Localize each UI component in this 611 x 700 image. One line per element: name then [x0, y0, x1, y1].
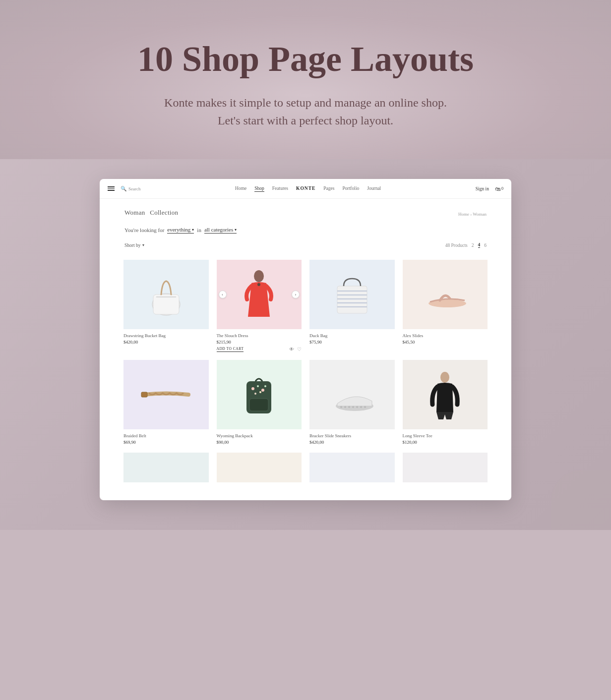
product-item: Braided Belt $69,90 — [120, 356, 213, 449]
product-thumbnail — [309, 360, 395, 429]
filter-everything-dropdown[interactable]: everything ▾ — [167, 227, 194, 233]
product-item — [213, 449, 306, 490]
product-price: $45,50 — [403, 340, 488, 345]
svg-point-26 — [356, 406, 358, 408]
svg-point-22 — [340, 406, 342, 408]
product-thumbnail — [309, 453, 395, 482]
product-name: Duck Bag — [309, 333, 395, 338]
carousel-prev-button[interactable]: ‹ — [219, 291, 227, 298]
svg-point-24 — [348, 406, 350, 408]
product-thumbnail — [217, 453, 302, 482]
svg-point-4 — [257, 283, 260, 286]
add-to-cart-button[interactable]: ADD TO CART — [217, 347, 244, 352]
nav-journal[interactable]: Journal — [367, 186, 381, 192]
product-item — [120, 449, 213, 490]
svg-point-17 — [261, 389, 264, 392]
sort-right: 48 Products 2 4 6 — [445, 242, 487, 248]
bag-icon: 🛍 — [495, 186, 500, 192]
filter-looking-for-text: You're looking for — [124, 227, 164, 233]
svg-rect-1 — [153, 294, 179, 314]
carousel-controls: ‹ › — [217, 291, 302, 298]
product-image[interactable] — [403, 360, 488, 429]
product-item: Wyoming Backpack $90,00 — [213, 356, 306, 449]
nav-portfolio[interactable]: Portfolio — [343, 186, 360, 192]
svg-point-27 — [360, 406, 362, 408]
svg-point-23 — [344, 406, 346, 408]
sort-left: Short by ▾ — [124, 243, 144, 248]
collection-title: Woman Collection — [124, 209, 181, 217]
breadcrumb: Home › Woman — [458, 212, 487, 217]
carousel-next-button[interactable]: › — [292, 291, 300, 298]
product-name: The Slouch Dress — [217, 333, 302, 338]
sign-in-link[interactable]: Sign in — [476, 186, 489, 191]
svg-point-18 — [254, 393, 256, 395]
product-name: Bracker Slide Sneakers — [309, 433, 395, 438]
quickview-icon[interactable]: 👁 — [289, 347, 294, 352]
nav-shop[interactable]: Shop — [254, 186, 264, 192]
filter-bar: You're looking for everything ▾ in all c… — [100, 222, 511, 238]
hamburger-menu[interactable] — [108, 186, 115, 191]
cart-icon[interactable]: 🛍 0 — [495, 186, 503, 192]
product-image[interactable] — [309, 260, 395, 329]
svg-point-25 — [352, 406, 354, 408]
title-part1: Woman — [124, 209, 145, 216]
product-image[interactable] — [403, 453, 488, 482]
product-thumbnail — [403, 360, 488, 429]
product-image[interactable] — [123, 453, 209, 482]
product-thumbnail — [123, 453, 209, 482]
product-item — [399, 449, 492, 490]
svg-point-28 — [364, 406, 366, 408]
product-image[interactable] — [217, 453, 302, 482]
product-actions: 👁 ♡ — [289, 347, 302, 352]
product-grid: Drawstring Bucket Bag $420,00 — [100, 252, 511, 500]
title-part2: Collection — [150, 209, 178, 216]
nav-logo[interactable]: KONTE — [296, 186, 315, 192]
filter-in-text: in — [197, 227, 201, 233]
add-to-cart-bar: ADD TO CART 👁 ♡ — [217, 347, 302, 352]
product-thumbnail — [123, 260, 209, 329]
product-image[interactable] — [217, 360, 302, 429]
product-item — [306, 449, 399, 490]
product-thumbnail — [403, 453, 488, 482]
product-item: ‹ › The Slouch Dress $215,90 ADD TO CART… — [213, 256, 306, 356]
nav-search-area[interactable]: 🔍 Search — [121, 186, 141, 191]
browser-mockup: 🔍 Search Home Shop Features KONTE Pages … — [100, 179, 511, 500]
product-name: Braided Belt — [123, 433, 209, 438]
product-image[interactable] — [309, 453, 395, 482]
product-name: Long Sleeve Tee — [403, 433, 488, 438]
col-2-option[interactable]: 2 — [472, 243, 474, 248]
nav-bar: 🔍 Search Home Shop Features KONTE Pages … — [100, 179, 511, 199]
col-6-option[interactable]: 6 — [484, 243, 487, 248]
nav-pages[interactable]: Pages — [323, 186, 334, 192]
product-name: Drawstring Bucket Bag — [123, 333, 209, 338]
sort-chevron-icon[interactable]: ▾ — [142, 243, 144, 247]
product-image[interactable] — [309, 360, 395, 429]
nav-features[interactable]: Features — [272, 186, 288, 192]
product-image[interactable] — [403, 260, 488, 329]
chevron-down-icon: ▾ — [192, 228, 194, 232]
product-item: Duck Bag $75,90 — [306, 256, 399, 356]
search-label: Search — [128, 186, 141, 191]
wishlist-icon[interactable]: ♡ — [297, 347, 302, 352]
sort-bar: Short by ▾ 48 Products 2 4 6 — [100, 238, 511, 252]
product-thumbnail — [403, 260, 488, 329]
product-price: $420,00 — [123, 340, 209, 345]
product-thumbnail — [217, 360, 302, 429]
chevron-down-icon: ▾ — [235, 228, 237, 232]
cart-count: 0 — [501, 186, 503, 191]
col-4-option[interactable]: 4 — [478, 242, 481, 248]
svg-point-19 — [264, 385, 266, 387]
svg-point-3 — [254, 270, 264, 282]
product-image[interactable] — [123, 260, 209, 329]
nav-home[interactable]: Home — [235, 186, 246, 192]
product-image[interactable]: ‹ › — [217, 260, 302, 329]
hero-subtitle: Konte makes it simple to setup and manag… — [10, 94, 601, 129]
product-item: Bracker Slide Sneakers $420,00 — [306, 356, 399, 449]
filter-category-dropdown[interactable]: all categories ▾ — [204, 227, 237, 233]
svg-rect-12 — [141, 392, 147, 397]
product-image[interactable] — [123, 360, 209, 429]
filter-everything-label: everything — [167, 227, 190, 233]
product-item: Alex Slides $45,50 — [399, 256, 492, 356]
svg-rect-5 — [337, 286, 367, 313]
filter-category-label: all categories — [204, 227, 233, 233]
